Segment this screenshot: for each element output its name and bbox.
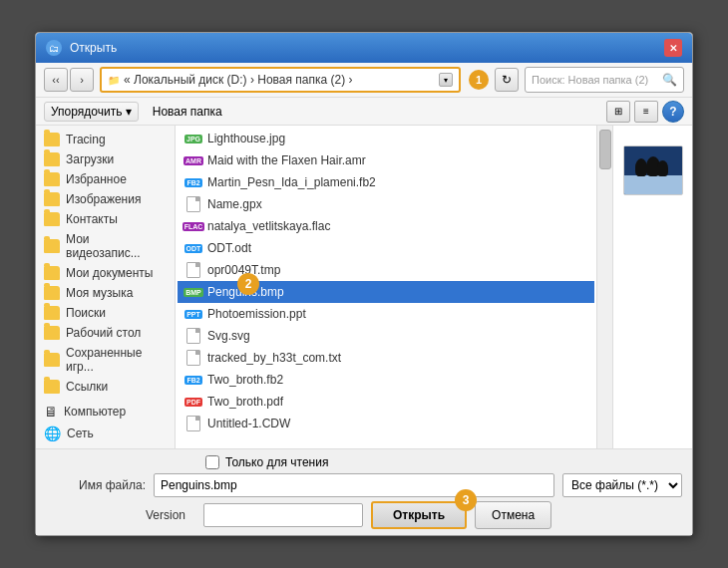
sidebar-item-label: Поиски xyxy=(66,306,106,320)
network-icon: 🌐 xyxy=(44,426,61,441)
organize-button[interactable]: Упорядочить ▾ xyxy=(44,102,139,122)
folder-icon: 📁 xyxy=(108,75,120,86)
file-name: Two_broth.pdf xyxy=(207,395,283,409)
sidebar-item-label: Избранное xyxy=(66,172,127,186)
sidebar-item-documents[interactable]: Мои документы xyxy=(36,263,175,283)
file-type-icon xyxy=(185,196,201,212)
file-name: Name.gpx xyxy=(207,197,262,211)
file-name: ODT.odt xyxy=(207,241,251,255)
file-name: Svg.svg xyxy=(207,329,250,343)
file-name: tracked_by_h33t_com.txt xyxy=(207,351,341,365)
file-type-icon: BMP xyxy=(185,284,201,300)
sidebar-item-computer[interactable]: 🖥 Компьютер xyxy=(36,401,175,423)
sidebar-item-music[interactable]: Моя музыка xyxy=(36,283,175,303)
folder-icon xyxy=(44,380,60,394)
search-icon: 🔍 xyxy=(662,73,677,87)
sidebar-item-label: Компьютер xyxy=(64,405,126,419)
file-name: Maid with the Flaxen Hair.amr xyxy=(207,153,366,167)
close-button[interactable]: ✕ xyxy=(664,39,682,57)
refresh-button[interactable]: ↻ xyxy=(495,68,519,92)
buttons-row: Version Открыть 3 Отмена xyxy=(46,501,682,529)
sidebar-item-label: Изображения xyxy=(66,192,141,206)
file-item-maid[interactable]: AMR Maid with the Flaxen Hair.amr xyxy=(178,149,594,171)
filename-input[interactable] xyxy=(154,473,554,497)
file-item-two-broth-fb2[interactable]: FB2 Two_broth.fb2 xyxy=(178,369,594,391)
file-item-odt[interactable]: ODT ODT.odt xyxy=(178,237,594,259)
bottom-bar: Только для чтения Имя файла: Все файлы (… xyxy=(36,448,692,535)
address-badge: 1 xyxy=(469,70,489,90)
version-input[interactable] xyxy=(203,503,363,527)
sidebar-item-searches[interactable]: Поиски xyxy=(36,303,175,323)
file-item-two-broth-pdf[interactable]: PDF Two_broth.pdf xyxy=(178,391,594,413)
sidebar-item-savedgames[interactable]: Сохраненные игр... xyxy=(36,343,175,377)
new-folder-button[interactable]: Новая папка xyxy=(147,103,228,121)
view-list-button[interactable]: ≡ xyxy=(634,101,658,123)
file-type-icon xyxy=(185,350,201,366)
file-name: natalya_vetlitskaya.flac xyxy=(207,219,330,233)
scrollbar[interactable] xyxy=(596,126,612,448)
file-name: Penguins.bmp xyxy=(207,285,284,299)
title-bar: 🗂 Открыть ✕ xyxy=(36,33,692,63)
file-item-tracked[interactable]: tracked_by_h33t_com.txt xyxy=(178,347,594,369)
readonly-checkbox[interactable] xyxy=(205,455,219,469)
sidebar-item-videos[interactable]: Мои видеозапис... xyxy=(36,229,175,263)
sidebar-item-desktop[interactable]: Рабочий стол xyxy=(36,323,175,343)
readonly-row: Только для чтения xyxy=(46,455,682,469)
address-path: « Локальный диск (D:) › Новая папка (2) … xyxy=(124,73,435,87)
file-name: Lighthouse.jpg xyxy=(207,132,285,145)
file-type-icon xyxy=(185,262,201,278)
address-toolbar: ‹‹ › 📁 « Локальный диск (D:) › Новая пап… xyxy=(36,63,692,98)
search-bar[interactable]: Поиск: Новая папка (2) 🔍 xyxy=(525,67,684,93)
filename-label: Имя файла: xyxy=(46,478,146,492)
sidebar-item-label: Загрузки xyxy=(66,152,114,166)
file-item-flac[interactable]: FLAC natalya_vetlitskaya.flac xyxy=(178,215,594,237)
file-item-photoemission[interactable]: PPT Photoemission.ppt xyxy=(178,303,594,325)
sidebar-item-downloads[interactable]: Загрузки xyxy=(36,149,175,169)
back-button[interactable]: ‹‹ xyxy=(44,68,68,92)
open-button[interactable]: Открыть xyxy=(371,501,467,529)
sidebar-item-favorites[interactable]: Избранное xyxy=(36,169,175,189)
file-type-icon: FB2 xyxy=(185,174,201,190)
nav-buttons: ‹‹ › xyxy=(44,68,94,92)
sidebar-item-contacts[interactable]: Контакты xyxy=(36,209,175,229)
file-item-untitled[interactable]: Untitled-1.CDW xyxy=(178,413,594,434)
file-name: Untitled-1.CDW xyxy=(207,417,290,430)
file-type-icon xyxy=(185,416,201,431)
folder-icon xyxy=(44,133,60,146)
view-grid-button[interactable]: ⊞ xyxy=(606,101,630,123)
sidebar-item-label: Контакты xyxy=(66,212,118,226)
file-item-lighthouse[interactable]: JPG Lighthouse.jpg xyxy=(178,128,594,149)
file-item-tmp[interactable]: opr0049T.tmp xyxy=(178,259,594,281)
sidebar-item-tracing[interactable]: Tracing xyxy=(36,130,175,149)
sidebar-item-images[interactable]: Изображения xyxy=(36,189,175,209)
file-name: opr0049T.tmp xyxy=(207,263,280,277)
folder-icon xyxy=(44,286,60,300)
help-button[interactable]: ? xyxy=(662,101,684,123)
sidebar-item-label: Сохраненные игр... xyxy=(66,346,167,374)
file-type-icon: JPG xyxy=(185,131,201,146)
file-type-icon: PPT xyxy=(185,306,201,322)
address-bar[interactable]: 📁 « Локальный диск (D:) › Новая папка (2… xyxy=(100,67,461,93)
forward-button[interactable]: › xyxy=(70,68,94,92)
address-dropdown[interactable]: ▾ xyxy=(439,73,453,87)
view-controls: ⊞ ≡ ? xyxy=(606,101,684,123)
app-icon: 🗂 xyxy=(46,40,62,56)
cancel-button[interactable]: Отмена xyxy=(475,501,551,529)
sidebar-item-network[interactable]: 🌐 Сеть xyxy=(36,423,175,444)
sidebar-item-links[interactable]: Ссылки xyxy=(36,377,175,397)
file-item-martin[interactable]: FB2 Martin_Pesn_Ida_i_plameni.fb2 xyxy=(178,171,594,193)
sidebar-item-label: Мои документы xyxy=(66,266,153,280)
readonly-label[interactable]: Только для чтения xyxy=(225,455,328,469)
computer-icon: 🖥 xyxy=(44,404,58,420)
file-name: Martin_Pesn_Ida_i_plameni.fb2 xyxy=(207,175,376,189)
filetype-select[interactable]: Все файлы (*.*) xyxy=(562,473,682,497)
file-type-icon: FB2 xyxy=(185,372,201,388)
file-item-name-gpx[interactable]: Name.gpx xyxy=(178,193,594,215)
folder-icon xyxy=(44,353,60,367)
file-item-penguins[interactable]: BMP Penguins.bmp 2 xyxy=(178,281,594,303)
file-list: JPG Lighthouse.jpg AMR Maid with the Fla… xyxy=(176,126,596,448)
file-item-svg[interactable]: Svg.svg xyxy=(178,325,594,347)
title-bar-left: 🗂 Открыть xyxy=(46,40,117,56)
preview-panel xyxy=(612,126,692,448)
file-type-icon: ODT xyxy=(185,240,201,256)
